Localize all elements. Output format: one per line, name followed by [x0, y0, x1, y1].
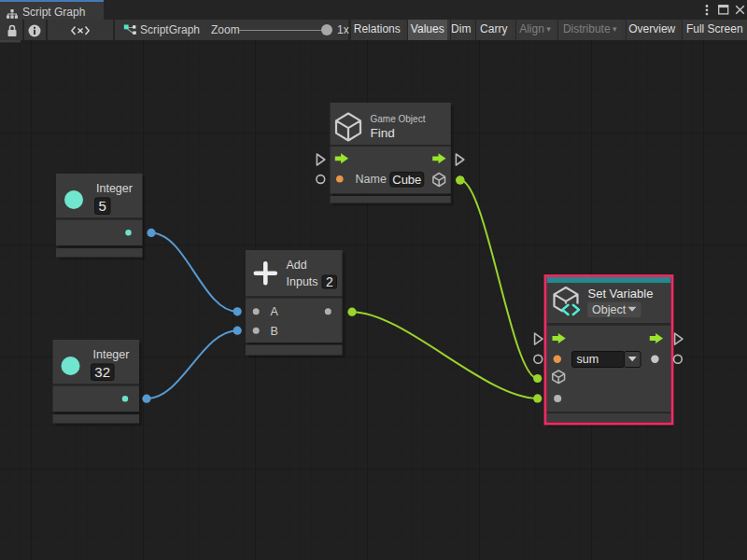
svg-text:sum: sum: [577, 353, 599, 366]
svg-text:Game Object: Game Object: [371, 114, 426, 124]
svg-text:Cube: Cube: [392, 173, 421, 187]
svg-text:Inputs: Inputs: [287, 275, 318, 288]
svg-text:Name: Name: [356, 173, 387, 186]
svg-text:Integer: Integer: [96, 182, 133, 195]
svg-text:Add: Add: [287, 259, 307, 272]
svg-text:32: 32: [94, 364, 110, 380]
svg-text:Object: Object: [592, 303, 627, 316]
svg-text:Set Variable: Set Variable: [588, 287, 654, 301]
svg-text:B: B: [271, 325, 278, 338]
svg-text:5: 5: [99, 198, 106, 214]
svg-text:Integer: Integer: [93, 348, 130, 361]
svg-text:A: A: [271, 305, 279, 318]
svg-text:2: 2: [326, 274, 333, 289]
svg-text:Find: Find: [371, 126, 395, 140]
